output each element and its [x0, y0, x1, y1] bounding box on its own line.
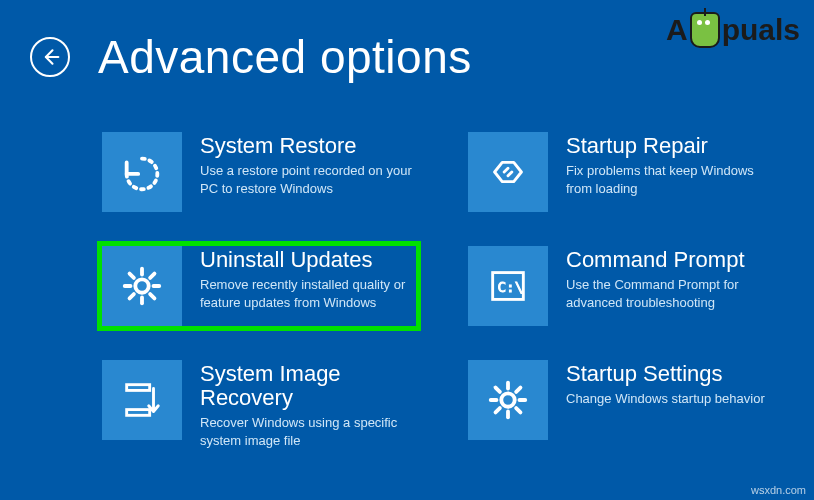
wrench-tag-icon	[468, 132, 548, 212]
tile-text: Startup Repair Fix problems that keep Wi…	[566, 132, 782, 197]
options-grid: System Restore Use a restore point recor…	[100, 130, 784, 451]
tile-startup-settings[interactable]: Startup Settings Change Windows startup …	[466, 358, 784, 451]
svg-text:C:\: C:\	[497, 279, 523, 295]
svg-line-21	[516, 388, 520, 392]
tile-text: System Image Recovery Recover Windows us…	[200, 360, 416, 449]
restore-icon	[102, 132, 182, 212]
attribution-text: wsxdn.com	[751, 484, 806, 496]
back-button[interactable]	[30, 37, 70, 77]
tile-text: Uninstall Updates Remove recently instal…	[200, 246, 416, 311]
svg-rect-12	[127, 410, 150, 416]
watermark-suffix: puals	[722, 13, 800, 47]
gear-icon	[468, 360, 548, 440]
header: Advanced options	[30, 30, 472, 84]
tile-title: Command Prompt	[566, 248, 782, 272]
svg-point-13	[501, 393, 514, 406]
tile-title: System Image Recovery	[200, 362, 416, 410]
image-recovery-icon	[102, 360, 182, 440]
watermark-face-icon	[690, 12, 720, 48]
svg-line-5	[130, 274, 134, 278]
svg-line-8	[150, 274, 154, 278]
tile-startup-repair[interactable]: Startup Repair Fix problems that keep Wi…	[466, 130, 784, 214]
cmd-icon: C:\	[468, 246, 548, 326]
svg-line-6	[150, 294, 154, 298]
tile-system-restore[interactable]: System Restore Use a restore point recor…	[100, 130, 418, 214]
svg-line-7	[130, 294, 134, 298]
tile-title: Uninstall Updates	[200, 248, 416, 272]
svg-point-0	[135, 279, 148, 292]
svg-rect-11	[127, 385, 150, 391]
tile-title: System Restore	[200, 134, 416, 158]
tile-desc: Change Windows startup behavior	[566, 390, 765, 408]
watermark: A puals	[666, 12, 800, 48]
tile-desc: Fix problems that keep Windows from load…	[566, 162, 782, 197]
tile-title: Startup Repair	[566, 134, 782, 158]
tile-desc: Recover Windows using a specific system …	[200, 414, 416, 449]
advanced-options-screen: A puals Advanced options System Restore …	[0, 0, 814, 500]
tile-desc: Remove recently installed quality or fea…	[200, 276, 416, 311]
tile-command-prompt[interactable]: C:\ Command Prompt Use the Command Promp…	[466, 244, 784, 328]
tile-text: Startup Settings Change Windows startup …	[566, 360, 765, 408]
gear-icon	[102, 246, 182, 326]
watermark-prefix: A	[666, 13, 688, 47]
tile-desc: Use the Command Prompt for advanced trou…	[566, 276, 782, 311]
tile-text: Command Prompt Use the Command Prompt fo…	[566, 246, 782, 311]
tile-desc: Use a restore point recorded on your PC …	[200, 162, 416, 197]
tile-title: Startup Settings	[566, 362, 765, 386]
svg-line-20	[496, 408, 500, 412]
svg-line-18	[496, 388, 500, 392]
tile-uninstall-updates[interactable]: Uninstall Updates Remove recently instal…	[100, 244, 418, 328]
arrow-left-icon	[40, 47, 60, 67]
svg-line-19	[516, 408, 520, 412]
page-title: Advanced options	[98, 30, 472, 84]
tile-system-image-recovery[interactable]: System Image Recovery Recover Windows us…	[100, 358, 418, 451]
tile-text: System Restore Use a restore point recor…	[200, 132, 416, 197]
